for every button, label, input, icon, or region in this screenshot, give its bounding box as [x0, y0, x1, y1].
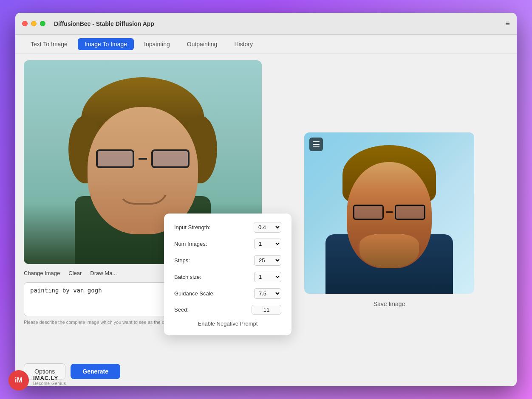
watermark-title: IMAC.LY: [33, 375, 66, 381]
glasses-bridge: [139, 158, 147, 160]
watermark-subtitle: Become Genius: [33, 381, 66, 386]
num-images-select[interactable]: 1234: [254, 239, 281, 249]
batch-size-select[interactable]: 124: [254, 272, 281, 282]
window-title: DiffusionBee - Stable Diffusion App: [54, 20, 502, 27]
guidance-scale-label: Guidance Scale:: [174, 290, 251, 297]
save-image-label[interactable]: Save Image: [374, 301, 405, 307]
options-popup: Input Strength: 0.4 ▾ 0.10.20.3 0.4 0.50…: [164, 214, 291, 335]
tab-text-to-image[interactable]: Text To Image: [24, 38, 74, 50]
input-strength-row: Input Strength: 0.4 ▾ 0.10.20.3 0.4 0.50…: [174, 222, 281, 233]
seed-row: Seed:: [174, 305, 281, 315]
steps-label: Steps:: [174, 257, 251, 264]
menu-icon[interactable]: ≡: [505, 19, 510, 28]
watermark: iM IMAC.LY Become Genius: [15, 370, 66, 386]
vg-glasses: [353, 205, 425, 222]
app-window: DiffusionBee - Stable Diffusion App ≡ Te…: [15, 13, 517, 386]
seed-input[interactable]: [252, 305, 281, 315]
output-image-area: [304, 132, 474, 294]
vg-glasses-left: [353, 205, 384, 220]
input-strength-label: Input Strength:: [174, 224, 250, 230]
maximize-button[interactable]: [40, 21, 45, 26]
glasses-right-lens: [151, 149, 190, 168]
menu-line-2: [313, 144, 320, 145]
num-images-label: Num Images:: [174, 241, 251, 247]
enable-negative-prompt-button[interactable]: Enable Negative Prompt: [174, 320, 281, 327]
glasses-left-lens: [96, 149, 134, 168]
menu-line-3: [313, 146, 320, 147]
batch-size-label: Batch size:: [174, 274, 251, 280]
tab-image-to-image[interactable]: Image To Image: [78, 38, 134, 50]
watermark-badge: iM: [15, 370, 29, 386]
output-menu-button[interactable]: [309, 138, 323, 151]
change-image-button[interactable]: Change Image: [24, 270, 60, 276]
tab-outpainting[interactable]: Outpainting: [180, 38, 224, 50]
seed-label: Seed:: [174, 306, 248, 313]
minimize-button[interactable]: [31, 21, 37, 26]
watermark-badge-text: iM: [15, 377, 23, 384]
glasses: [96, 149, 190, 171]
tabs-bar: Text To Image Image To Image Inpainting …: [15, 35, 517, 53]
input-strength-select[interactable]: 0.4 ▾ 0.10.20.3 0.4 0.50.60.70.80.9: [254, 222, 281, 233]
right-panel: Save Image: [270, 60, 508, 379]
main-content: Change Image Clear Draw Ma... painting b…: [15, 53, 517, 386]
clear-button[interactable]: Clear: [68, 270, 82, 276]
generate-button[interactable]: Generate: [71, 364, 120, 379]
output-image: [304, 132, 474, 294]
guidance-scale-row: Guidance Scale: 135 7.5 101215: [174, 288, 281, 299]
steps-row: Steps: 101520 25 304050: [174, 255, 281, 266]
steps-select[interactable]: 101520 25 304050: [254, 255, 281, 266]
tab-inpainting[interactable]: Inpainting: [137, 38, 177, 50]
menu-line-1: [313, 141, 320, 142]
titlebar: DiffusionBee - Stable Diffusion App ≡: [15, 13, 517, 35]
vg-beard: [359, 234, 419, 268]
batch-size-row: Batch size: 124: [174, 272, 281, 282]
guidance-scale-select[interactable]: 135 7.5 101215: [254, 288, 281, 299]
num-images-row: Num Images: 1234: [174, 239, 281, 249]
draw-mask-button[interactable]: Draw Ma...: [90, 270, 117, 276]
close-button[interactable]: [22, 21, 28, 26]
watermark-text-group: IMAC.LY Become Genius: [33, 375, 66, 386]
vg-glasses-bridge: [386, 211, 393, 213]
vg-glasses-right: [395, 205, 425, 220]
tab-history[interactable]: History: [227, 38, 260, 50]
